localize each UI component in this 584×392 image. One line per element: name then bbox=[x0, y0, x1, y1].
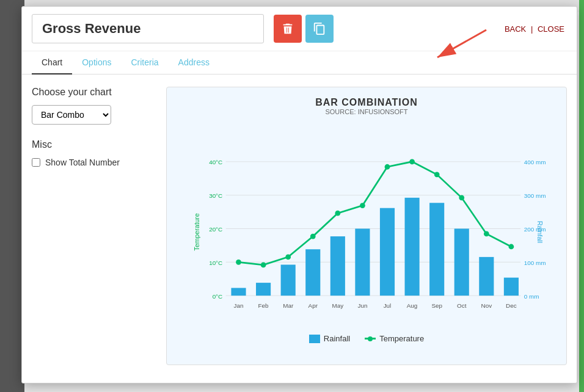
chart-area: BAR COMBINATION SOURCE: INFUSIONSOFT 0°C… bbox=[166, 87, 567, 365]
chart-title: BAR COMBINATION bbox=[177, 97, 557, 108]
svg-text:Temperature: Temperature bbox=[193, 213, 200, 251]
back-close-links: BACK | CLOSE bbox=[505, 24, 564, 34]
svg-text:30°C: 30°C bbox=[209, 192, 222, 199]
svg-text:Dec: Dec bbox=[506, 302, 517, 309]
chart-svg-container: 0°C 10°C 20°C 30°C 40°C 0 mm 100 mm 200 … bbox=[177, 122, 557, 329]
dot-aug bbox=[409, 159, 415, 164]
svg-text:Jan: Jan bbox=[234, 302, 244, 309]
bar-may bbox=[330, 236, 345, 296]
svg-text:Feb: Feb bbox=[258, 302, 269, 309]
svg-text:0°C: 0°C bbox=[213, 293, 223, 300]
sidebar bbox=[0, 0, 24, 392]
bar-combo-chart: 0°C 10°C 20°C 30°C 40°C 0 mm 100 mm 200 … bbox=[177, 122, 557, 329]
legend-temperature: Temperature bbox=[365, 334, 424, 343]
legend-rainfall-label: Rainfall bbox=[324, 334, 350, 343]
svg-text:10°C: 10°C bbox=[209, 260, 222, 266]
show-total-checkbox[interactable] bbox=[32, 158, 40, 167]
svg-text:0 mm: 0 mm bbox=[524, 293, 539, 300]
title-input[interactable] bbox=[32, 14, 264, 43]
dot-may bbox=[335, 211, 340, 216]
header-buttons bbox=[274, 15, 334, 43]
tab-options[interactable]: Options bbox=[72, 51, 121, 74]
chart-legend: Rainfall Temperature bbox=[177, 334, 557, 343]
show-total-row[interactable]: Show Total Number bbox=[32, 158, 154, 167]
bar-aug bbox=[405, 198, 420, 296]
bar-nov bbox=[479, 257, 494, 296]
svg-text:300 mm: 300 mm bbox=[524, 192, 546, 199]
green-side-bar bbox=[579, 0, 584, 392]
legend-bar-icon bbox=[309, 335, 320, 343]
left-panel: Choose your chart Bar Combo Line Pie Bar… bbox=[32, 87, 154, 365]
svg-text:20°C: 20°C bbox=[209, 226, 222, 233]
dot-mar bbox=[285, 254, 291, 260]
bar-oct bbox=[454, 228, 469, 296]
svg-text:40°C: 40°C bbox=[209, 159, 222, 165]
svg-text:Nov: Nov bbox=[481, 302, 492, 309]
svg-text:Jul: Jul bbox=[384, 302, 392, 309]
tab-criteria[interactable]: Criteria bbox=[121, 51, 168, 74]
legend-temperature-label: Temperature bbox=[379, 334, 424, 343]
separator: | bbox=[531, 24, 533, 34]
svg-text:Jun: Jun bbox=[357, 302, 367, 309]
dot-feb bbox=[261, 263, 266, 268]
legend-line-icon bbox=[365, 338, 376, 339]
chart-type-select[interactable]: Bar Combo Line Pie Bar Area bbox=[32, 105, 111, 125]
dot-jan bbox=[236, 260, 241, 265]
svg-text:Sep: Sep bbox=[431, 302, 442, 309]
dot-jun bbox=[360, 203, 365, 208]
dot-dec bbox=[509, 244, 514, 250]
dot-oct bbox=[459, 195, 464, 200]
dot-nov bbox=[484, 231, 489, 237]
tab-address[interactable]: Address bbox=[169, 51, 219, 74]
bar-dec bbox=[504, 278, 519, 296]
copy-icon bbox=[313, 22, 326, 35]
dot-apr bbox=[310, 234, 316, 239]
choose-chart-label: Choose your chart bbox=[32, 87, 154, 98]
delete-button[interactable] bbox=[274, 15, 302, 43]
svg-text:100 mm: 100 mm bbox=[524, 260, 546, 266]
svg-text:Oct: Oct bbox=[457, 302, 467, 309]
back-link[interactable]: BACK bbox=[505, 24, 526, 34]
close-link[interactable]: CLOSE bbox=[538, 24, 564, 34]
svg-text:400 mm: 400 mm bbox=[524, 159, 546, 165]
bar-jan bbox=[231, 288, 246, 296]
bar-apr bbox=[305, 249, 320, 296]
show-total-label: Show Total Number bbox=[45, 158, 120, 167]
modal-body: Choose your chart Bar Combo Line Pie Bar… bbox=[22, 74, 577, 377]
copy-button[interactable] bbox=[305, 15, 334, 43]
svg-text:Apr: Apr bbox=[308, 302, 318, 309]
legend-rainfall: Rainfall bbox=[309, 334, 350, 343]
svg-text:May: May bbox=[332, 302, 344, 309]
modal-dialog: BACK | CLOSE Chart Options Criteria Addr… bbox=[21, 6, 577, 383]
bar-feb bbox=[256, 283, 271, 296]
misc-label: Misc bbox=[32, 139, 154, 150]
temperature-line bbox=[239, 162, 511, 265]
tab-chart[interactable]: Chart bbox=[32, 51, 72, 74]
chart-subtitle: SOURCE: INFUSIONSOFT bbox=[177, 108, 557, 115]
bar-jul bbox=[380, 208, 395, 296]
misc-section: Misc Show Total Number bbox=[32, 139, 154, 167]
bar-mar bbox=[281, 264, 296, 296]
bar-sep bbox=[429, 203, 444, 296]
svg-text:Aug: Aug bbox=[407, 302, 418, 309]
dot-jul bbox=[385, 164, 390, 170]
svg-text:Mar: Mar bbox=[283, 302, 294, 309]
tabs-bar: Chart Options Criteria Address bbox=[22, 51, 577, 74]
bar-jun bbox=[355, 228, 370, 296]
dot-sep bbox=[434, 172, 440, 177]
trash-icon bbox=[281, 22, 294, 35]
modal-header: BACK | CLOSE bbox=[22, 7, 577, 51]
svg-text:Rainfall: Rainfall bbox=[536, 221, 544, 244]
